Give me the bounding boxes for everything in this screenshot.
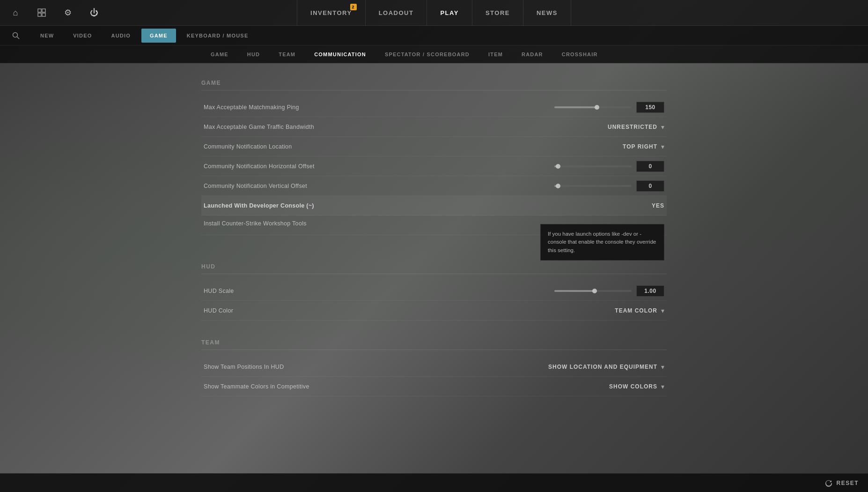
teammate-colors-dropdown[interactable]: SHOW COLORS ▾ [609,383,664,390]
svg-point-4 [13,32,18,37]
gear-icon[interactable]: ⚙ [59,4,76,21]
notification-horizontal-thumb[interactable] [556,164,560,169]
game-section-divider [201,90,667,90]
game-section-title: Game [201,80,667,86]
hud-color-value: TEAM COLOR [615,307,657,314]
svg-rect-1 [42,9,45,12]
matchmaking-ping-thumb[interactable] [595,105,599,110]
hud-color-dropdown[interactable]: TEAM COLOR ▾ [615,307,664,314]
team-positions-chevron-down-icon: ▾ [661,363,664,371]
notification-vertical-value: 0 [636,180,664,192]
setting-notification-vertical: Community Notification Vertical Offset 0 [201,176,667,196]
svg-rect-2 [38,13,41,16]
notification-vertical-thumb[interactable] [556,184,560,188]
nav-item-news[interactable]: NEWS [523,0,571,26]
team-section-title: Team [201,339,667,346]
notification-location-value: TOP RIGHT [623,143,657,150]
main-nav-items: INVENTORY 2 LOADOUT PLAY STORE NEWS [297,0,571,26]
nav-item-inventory[interactable]: INVENTORY 2 [297,0,366,26]
notification-vertical-slider[interactable] [554,185,632,187]
sub-tab-crosshair[interactable]: CROSSHAIR [552,45,607,63]
search-icon[interactable] [9,29,22,42]
hud-scale-thumb[interactable] [592,289,597,293]
bottom-bar: RESET [0,473,868,492]
hud-color-chevron-down-icon: ▾ [661,307,664,314]
svg-line-5 [17,37,20,39]
setting-notification-horizontal: Community Notification Horizontal Offset… [201,157,667,176]
setting-teammate-colors: Show Teammate Colors in Competitive SHOW… [201,377,667,396]
sub-tab-team[interactable]: TEAM [269,45,305,63]
reset-label: RESET [836,480,859,486]
notification-horizontal-slider[interactable] [554,165,632,167]
setting-team-positions: Show Team Positions In HUD SHOW LOCATION… [201,357,667,377]
setting-hud-color: HUD Color TEAM COLOR ▾ [201,301,667,321]
main-content-area: Game Max Acceptable Matchmaking Ping 150… [0,63,868,473]
sub-tab-hud[interactable]: HUD [238,45,269,63]
teammate-colors-label: Show Teammate Colors in Competitive [204,383,309,390]
team-positions-label: Show Team Positions In HUD [204,364,284,370]
hud-scale-value: 1.00 [636,285,664,297]
notification-vertical-control: 0 [554,180,664,192]
team-positions-dropdown[interactable]: SHOW LOCATION AND EQUIPMENT ▾ [548,363,664,371]
game-traffic-chevron-down-icon: ▾ [661,123,664,131]
setting-developer-console: Launched With Developer Console (~) YES [201,196,667,216]
notification-horizontal-value: 0 [636,161,664,172]
matchmaking-ping-label: Max Acceptable Matchmaking Ping [204,104,299,111]
setting-workshop-tools: Install Counter-Strike Workshop Tools If… [201,216,667,235]
tab-new[interactable]: NEW [32,29,62,43]
hud-scale-slider[interactable] [554,290,632,292]
setting-matchmaking-ping: Max Acceptable Matchmaking Ping 150 [201,97,667,117]
setting-game-traffic: Max Acceptable Game Traffic Bandwidth UN… [201,117,667,137]
sub-tab-spectator-scoreboard[interactable]: SPECTATOR / SCOREBOARD [375,45,479,63]
notification-location-chevron-down-icon: ▾ [661,143,664,150]
teammate-colors-chevron-down-icon: ▾ [661,383,664,390]
matchmaking-ping-control: 150 [554,102,664,113]
hud-section-title: Hud [201,263,667,270]
notification-horizontal-control: 0 [554,161,664,172]
setting-hud-scale: HUD Scale 1.00 [201,281,667,301]
sub-tabs-bar: GAME HUD TEAM COMMUNICATION SPECTATOR / … [0,45,868,63]
developer-console-label: Launched With Developer Console (~) [204,202,314,209]
sub-tab-communication[interactable]: COMMUNICATION [305,45,375,63]
missions-icon[interactable] [33,4,50,21]
nav-item-loadout[interactable]: LOADOUT [366,0,427,26]
game-traffic-value: UNRESTRICTED [608,124,657,130]
power-icon[interactable]: ⏻ [86,4,103,21]
nav-left-icons: ⌂ ⚙ ⏻ [0,4,103,21]
tooltip-popup: If you have launch options like -dev or … [540,224,664,261]
developer-console-value: YES [652,202,664,209]
game-traffic-label: Max Acceptable Game Traffic Bandwidth [204,124,314,130]
inventory-badge: 2 [350,4,357,10]
notification-location-dropdown[interactable]: TOP RIGHT ▾ [623,143,664,150]
notification-vertical-label: Community Notification Vertical Offset [204,183,307,189]
tab-keyboard-mouse[interactable]: KEYBOARD / MOUSE [178,29,257,43]
nav-item-play[interactable]: PLAY [427,0,472,26]
tab-audio[interactable]: AUDIO [103,29,139,43]
notification-location-label: Community Notification Location [204,143,292,150]
top-navigation: ⌂ ⚙ ⏻ INVENTORY 2 LOADOUT PLAY STORE NEW… [0,0,868,26]
reset-button[interactable]: RESET [825,479,859,487]
game-traffic-dropdown[interactable]: UNRESTRICTED ▾ [608,123,664,131]
matchmaking-ping-slider[interactable] [554,106,632,108]
matchmaking-ping-fill [554,106,597,108]
team-section-divider [201,350,667,350]
matchmaking-ping-value: 150 [636,102,664,113]
sub-tab-game[interactable]: GAME [201,45,238,63]
hud-scale-control: 1.00 [554,285,664,297]
nav-item-store[interactable]: STORE [472,0,523,26]
hud-color-label: HUD Color [204,307,233,314]
svg-rect-0 [38,9,41,12]
settings-tabs-bar: NEW VIDEO AUDIO GAME KEYBOARD / MOUSE [0,26,868,45]
team-positions-value: SHOW LOCATION AND EQUIPMENT [548,364,657,370]
svg-rect-3 [42,13,45,16]
sub-tab-item[interactable]: ITEM [479,45,512,63]
hud-section-divider [201,274,667,274]
tab-game[interactable]: GAME [141,29,176,43]
teammate-colors-value: SHOW COLORS [609,383,657,390]
home-icon[interactable]: ⌂ [7,4,24,21]
tab-video[interactable]: VIDEO [65,29,100,43]
hud-scale-fill [554,290,595,292]
setting-notification-location: Community Notification Location TOP RIGH… [201,137,667,157]
sub-tab-radar[interactable]: RADAR [512,45,552,63]
notification-horizontal-label: Community Notification Horizontal Offset [204,163,315,170]
